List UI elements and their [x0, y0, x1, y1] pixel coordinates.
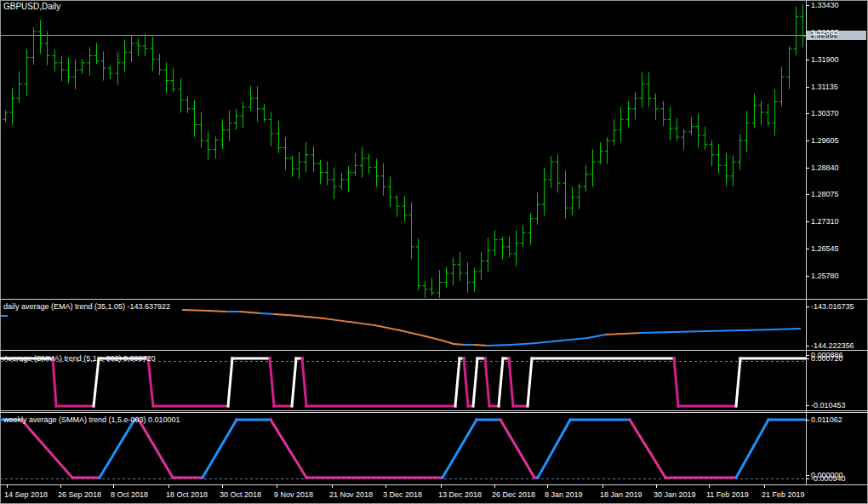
- time-axis[interactable]: [0, 485, 868, 504]
- main-chart-pane[interactable]: [0, 0, 806, 299]
- price-axis[interactable]: [807, 0, 868, 484]
- indicator2-pane[interactable]: [0, 351, 806, 410]
- mt4-chart-window: GBPUSD,Daily daily average (EMA) trend (…: [0, 0, 868, 504]
- indicator3-pane[interactable]: [0, 413, 806, 484]
- indicator1-pane[interactable]: [0, 300, 806, 349]
